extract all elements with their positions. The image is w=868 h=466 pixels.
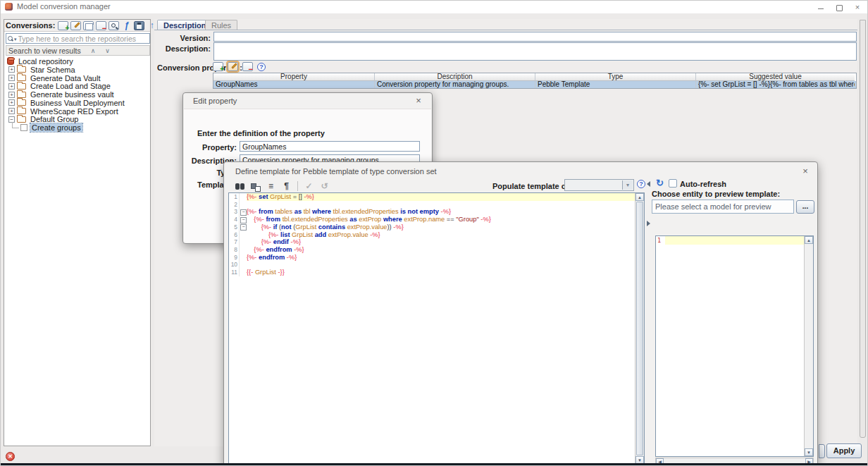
code-line-4: 4 {%- from tbl.extendedProperties as ext… (229, 216, 635, 223)
tab-rules[interactable]: Rules (205, 20, 237, 30)
tree-item-wherescape-red-export[interactable]: +WhereScape RED Export (6, 107, 150, 116)
scroll-down-icon[interactable]: ▼ (805, 448, 813, 456)
chevron-down-icon[interactable]: ∨ (105, 47, 110, 54)
pencil-icon (231, 63, 237, 68)
code-line-10: 10 (229, 261, 635, 269)
fold-collapse-icon[interactable] (240, 223, 247, 231)
column-header-description[interactable]: Description (375, 73, 535, 81)
paragraph-icon[interactable]: ¶ (280, 181, 292, 192)
tree-item-business-vault-deployment[interactable]: +Business Vault Deployment (6, 99, 150, 107)
partially-hidden-button[interactable] (819, 444, 825, 458)
tree-item-star-schema[interactable]: +Star Schema (6, 66, 150, 74)
collapse-left-icon[interactable] (647, 181, 650, 187)
code-text: {%- endif -%} (247, 238, 301, 246)
expander-expand-icon[interactable]: + (8, 83, 15, 90)
code-text: {%- if (not (GrpList contains extProp.va… (247, 223, 404, 231)
add-property-button[interactable]: + (213, 62, 223, 71)
blocks-icon[interactable] (249, 181, 261, 192)
description-field[interactable] (213, 42, 857, 61)
apply-button[interactable]: Apply (826, 443, 862, 458)
version-field[interactable] (213, 32, 857, 42)
close-icon[interactable]: × (853, 4, 862, 11)
help-icon[interactable]: ? (257, 63, 266, 71)
entity-preview-field[interactable]: Please select a model for preview (652, 200, 794, 214)
collapse-right-icon[interactable] (647, 221, 650, 226)
repository-search: ▾ (6, 33, 150, 44)
expander-expand-icon[interactable]: + (8, 99, 15, 106)
code-line-8: 8 {%- endfrom -%} (229, 246, 635, 254)
chevron-up-icon[interactable]: ∧ (91, 47, 96, 54)
delete-conversion-button[interactable]: − (96, 21, 106, 30)
scroll-up-icon[interactable]: ▲ (636, 193, 644, 201)
populate-template-combo[interactable] (564, 179, 634, 191)
line-number: 10 (229, 261, 240, 269)
table-row[interactable]: GroupNamesConversion property for managi… (213, 81, 856, 89)
expander-expand-icon[interactable]: + (8, 108, 15, 114)
tree-item-local-repository[interactable]: Local repository (6, 57, 150, 66)
folder-icon (17, 75, 26, 81)
maximize-icon[interactable] (835, 4, 843, 11)
code-text: {%- from tbl.extendedProperties as extPr… (247, 216, 491, 223)
tab-description[interactable]: Description (157, 20, 213, 30)
import-icon[interactable]: ƒ (121, 21, 132, 30)
help-icon[interactable]: ? (637, 180, 645, 188)
edit-conversion-button[interactable] (70, 21, 81, 30)
tree-item-label: Default Group (29, 115, 80, 123)
remove-property-button[interactable]: − (242, 62, 253, 71)
fold-margin (240, 261, 247, 269)
tree-item-label: WhereScape RED Export (29, 107, 120, 116)
code-text: {%- list GrpList add extProp.value -%} (247, 231, 380, 239)
code-line-3: 3{%- from tables as tbl where tbl.extend… (229, 208, 635, 216)
template-code-editor[interactable]: 1{%- set GrpList = [] -%}23{%- from tabl… (228, 192, 645, 465)
minimize-icon[interactable] (817, 4, 825, 11)
preview-vertical-scrollbar[interactable]: ▲ ▼ (804, 236, 813, 456)
close-icon[interactable]: × (414, 95, 423, 106)
version-label: Version: (154, 34, 211, 42)
scroll-up-icon[interactable]: ▲ (805, 236, 813, 244)
search-icon (8, 36, 13, 42)
fold-collapse-icon[interactable] (240, 208, 247, 216)
refresh-icon[interactable]: ↻ (656, 178, 664, 188)
search-input[interactable] (18, 35, 148, 43)
preview-conversion-button[interactable] (108, 21, 119, 30)
browse-button[interactable]: ... (796, 200, 814, 214)
property-field[interactable] (240, 141, 420, 152)
code-text: {%- endfrom -%} (247, 246, 304, 254)
search-options-caret-icon[interactable]: ▾ (14, 37, 17, 42)
expander-expand-icon[interactable]: + (8, 75, 15, 81)
save-icon[interactable] (134, 21, 144, 30)
tree-item-create-groups[interactable]: Create groups (6, 123, 150, 132)
copy-conversion-button[interactable] (83, 21, 94, 30)
expander-expand-icon[interactable]: + (8, 66, 15, 73)
tree-item-default-group[interactable]: −Default Group (6, 116, 150, 124)
properties-toolbar: + − ? (213, 61, 266, 73)
close-icon[interactable]: × (800, 166, 810, 176)
bottom-edge-bar (1, 463, 868, 466)
right-scroll-strip[interactable] (860, 20, 866, 438)
database-icon (7, 57, 14, 65)
editor-vertical-scrollbar[interactable]: ▲ ▼ (635, 193, 644, 464)
tree-item-generate-data-vault[interactable]: +Generate Data Vault (6, 74, 150, 82)
tree-item-label: Business Vault Deployment (29, 99, 126, 107)
edit-property-button[interactable] (228, 62, 238, 71)
line-number: 11 (229, 269, 240, 276)
instruction-label: Enter the definition of the property (197, 129, 325, 137)
column-header-type[interactable]: Type (535, 73, 696, 81)
find-icon[interactable] (234, 181, 246, 192)
scrollbar-thumb[interactable] (636, 202, 643, 455)
fold-collapse-icon[interactable] (240, 216, 247, 223)
code-line-6: 6 {%- list GrpList add extProp.value -%} (229, 231, 635, 239)
column-header-property[interactable]: Property (213, 73, 375, 81)
editor-preview-splitter[interactable] (646, 192, 652, 465)
column-header-suggested-value[interactable]: Suggested value (696, 73, 855, 81)
new-conversion-button[interactable]: + (58, 21, 68, 30)
tree-item-create-load-and-stage[interactable]: +Create Load and Stage (6, 82, 150, 90)
auto-refresh-checkbox[interactable] (669, 179, 677, 188)
expander-expand-icon[interactable]: + (8, 92, 15, 98)
fold-margin (240, 269, 247, 276)
line-number: 6 (229, 231, 240, 239)
wrap-icon[interactable]: ≡ (265, 181, 277, 192)
code-line-11: 11{{- GrpList -}} (229, 269, 635, 276)
fold-margin (240, 254, 247, 262)
tree-item-generate-business-vault[interactable]: +Generate business vault (6, 90, 150, 99)
